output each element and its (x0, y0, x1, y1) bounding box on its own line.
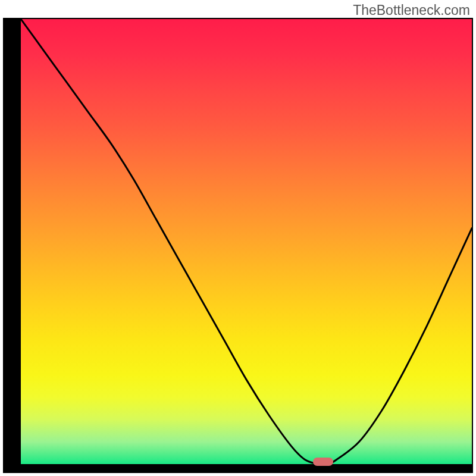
chart-curve (21, 19, 472, 464)
chart-frame (3, 18, 473, 473)
optimal-point-marker (313, 458, 333, 466)
watermark-text: TheBottleneck.com (353, 2, 470, 18)
plot-area (21, 19, 472, 464)
